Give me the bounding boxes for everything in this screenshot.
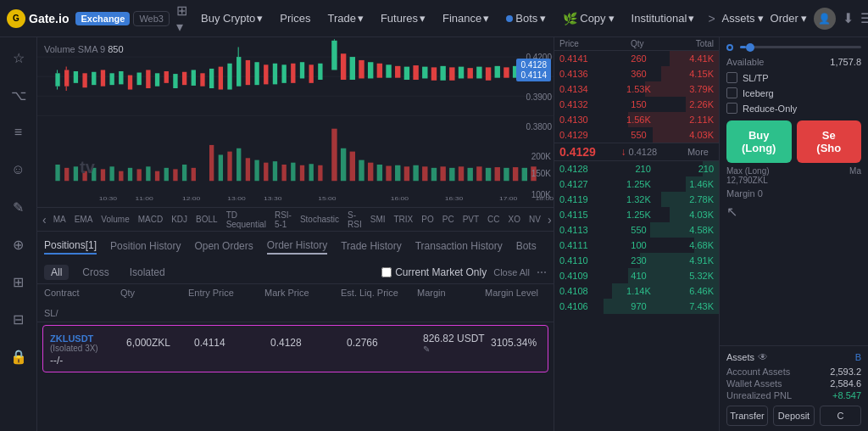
sell-order-row[interactable]: 0.4136 360 4.15K (554, 66, 719, 81)
nav-finance[interactable]: Finance ▾ (436, 12, 496, 25)
sidebar-star-icon[interactable]: ☆ (5, 44, 32, 71)
nav-futures[interactable]: Futures ▾ (374, 12, 432, 25)
buy-order-row[interactable]: 0.4106 970 7.43K (554, 299, 719, 314)
tab-transaction-history[interactable]: Transaction History (415, 240, 503, 254)
toolbar-td[interactable]: TD Sequential (225, 210, 268, 229)
buy-order-row[interactable]: 0.4111 100 4.68K (554, 238, 719, 253)
buy-order-row[interactable]: 0.4119 1.32K 2.78K (554, 192, 719, 207)
toolbar-macd[interactable]: MACD (136, 215, 164, 224)
other-button[interactable]: C (820, 406, 861, 426)
toolbar-ma[interactable]: MA (52, 215, 68, 224)
nav-institutional[interactable]: Institutional ▾ (625, 12, 702, 25)
filter-all[interactable]: All (44, 265, 69, 280)
toolbar-srsi[interactable]: S-RSI (346, 210, 364, 229)
sidebar-minus-icon[interactable]: ⊟ (5, 305, 32, 333)
slider-line[interactable] (740, 46, 861, 48)
buy-order-row[interactable]: 0.4109 410 5.32K (554, 268, 719, 283)
reduce-only-checkbox[interactable] (726, 103, 737, 114)
tab-positions[interactable]: Positions[1] (44, 239, 97, 255)
sell-order-row[interactable]: 0.4129 550 4.03K (554, 127, 719, 143)
tab-trade-history[interactable]: Trade History (341, 240, 402, 254)
web3-badge[interactable]: Web3 (133, 11, 170, 26)
toolbar-pc[interactable]: PC (441, 215, 456, 224)
current-market-checkbox[interactable] (381, 267, 392, 277)
sl-tp-checkbox[interactable] (726, 72, 737, 83)
sidebar-edit-icon[interactable]: ✎ (5, 193, 32, 221)
toolbar-trix[interactable]: TRIX (392, 215, 415, 224)
sidebar-layers-icon[interactable]: ⊞ (5, 268, 32, 295)
sidebar-plus-icon[interactable]: ⊕ (5, 231, 32, 258)
tab-bots[interactable]: Bots (516, 240, 537, 254)
download-icon[interactable]: ⬇ (843, 10, 854, 26)
nav-bots[interactable]: Bots ▾ (499, 12, 553, 25)
tab-position-history[interactable]: Position History (110, 240, 181, 254)
nav-prices[interactable]: Prices (273, 12, 317, 25)
logo[interactable]: G Gate.io (7, 9, 69, 28)
available-row: Available 1,757.8 (726, 57, 861, 67)
close-all-button[interactable]: Close All (493, 267, 530, 277)
sidebar-emoji-icon[interactable]: ☺ (5, 156, 32, 183)
chart-nav-next[interactable]: › (548, 213, 552, 227)
svg-rect-89 (273, 161, 277, 181)
margin-edit-icon[interactable]: ✎ (423, 344, 491, 354)
toolbar-cc[interactable]: CC (486, 215, 501, 224)
toolbar-stoch[interactable]: Stochastic (298, 215, 341, 224)
filter-cross[interactable]: Cross (75, 265, 115, 280)
avatar[interactable]: 👤 (814, 8, 836, 30)
nav-more-button[interactable]: > (704, 12, 718, 25)
transfer-button[interactable]: Transfer (726, 406, 768, 426)
slider-dot[interactable] (746, 43, 754, 52)
buy-order-row[interactable]: 0.4110 230 4.91K (554, 253, 719, 268)
buy-order-row[interactable]: 0.4113 550 4.58K (554, 222, 719, 238)
sidebar-book-icon[interactable]: ≡ (5, 119, 32, 146)
assets-eye-icon[interactable]: 👁 (758, 351, 768, 363)
slider-fill (740, 46, 746, 48)
sell-order-row[interactable]: 0.4130 1.56K 2.11K (554, 112, 719, 127)
nav-copy[interactable]: 🌿 Copy ▾ (556, 12, 620, 25)
nav-assets[interactable]: Assets ▾ (722, 12, 764, 25)
ob-more-button[interactable]: More (682, 145, 714, 159)
toolbar-smi[interactable]: SMI (369, 215, 387, 224)
buy-order-row[interactable]: 0.4127 1.25K 1.46K (554, 176, 719, 192)
toolbar-xo[interactable]: XO (507, 215, 522, 224)
positions-menu-dots[interactable]: ⋯ (537, 266, 547, 278)
svg-rect-113 (522, 168, 527, 181)
sidebar-lock-icon[interactable]: 🔒 (5, 343, 32, 370)
tab-order-history[interactable]: Order History (267, 239, 327, 255)
nav-trade[interactable]: Trade ▾ (320, 12, 370, 25)
svg-rect-25 (209, 69, 214, 88)
nav-buy-crypto[interactable]: Buy Crypto ▾ (194, 12, 270, 25)
current-market-label[interactable]: Current Market Only (381, 266, 487, 278)
toolbar-po[interactable]: PO (420, 215, 435, 224)
exchange-badge[interactable]: Exchange (75, 12, 130, 25)
settings-icon[interactable]: ☰ (860, 10, 868, 26)
sell-order-row[interactable]: 0.4134 1.53K 3.79K (554, 81, 719, 97)
toolbar-boll[interactable]: BOLL (194, 215, 220, 224)
buy-long-button[interactable]: Buy(Long) (726, 120, 792, 163)
buy-order-row[interactable]: 0.4115 1.25K 4.03K (554, 207, 719, 222)
buy-order-row[interactable]: 0.4108 1.14K 6.46K (554, 283, 719, 299)
iceberg-checkbox[interactable] (726, 87, 737, 98)
deposit-button[interactable]: Deposit (773, 406, 815, 426)
chart-nav-prev[interactable]: ‹ (42, 213, 47, 227)
sidebar-chart-icon[interactable]: ⌥ (5, 81, 32, 109)
toolbar-kdj[interactable]: KDJ (170, 215, 189, 224)
toolbar-nv[interactable]: NV (527, 215, 542, 224)
sell-order-row[interactable]: 0.4132 150 2.26K (554, 97, 719, 112)
buy-order-row[interactable]: 0.4128 210 210 (554, 161, 719, 176)
chart-container[interactable]: Volume SMA 9 850 0.4200 0.3900 0.3800 0.… (37, 37, 554, 207)
toolbar-ema[interactable]: EMA (73, 215, 95, 224)
tab-open-orders[interactable]: Open Orders (194, 240, 253, 254)
assets-expand-icon[interactable]: B (855, 352, 861, 362)
sell-order-row[interactable]: 0.4141 260 4.41K (554, 51, 719, 66)
svg-rect-30 (246, 60, 250, 85)
svg-rect-20 (164, 71, 169, 83)
nav-order[interactable]: Order ▾ (771, 12, 807, 25)
toolbar-rsi[interactable]: RSI-5-1 (273, 210, 293, 229)
filter-isolated[interactable]: Isolated (123, 265, 172, 280)
logo-text: Gate.io (29, 12, 69, 25)
toolbar-pvt[interactable]: PVT (461, 215, 481, 224)
grid-icon[interactable]: ⊞ ▾ (173, 3, 191, 35)
toolbar-volume[interactable]: Volume (99, 215, 131, 224)
sell-short-button[interactable]: Se(Sho (797, 120, 862, 163)
